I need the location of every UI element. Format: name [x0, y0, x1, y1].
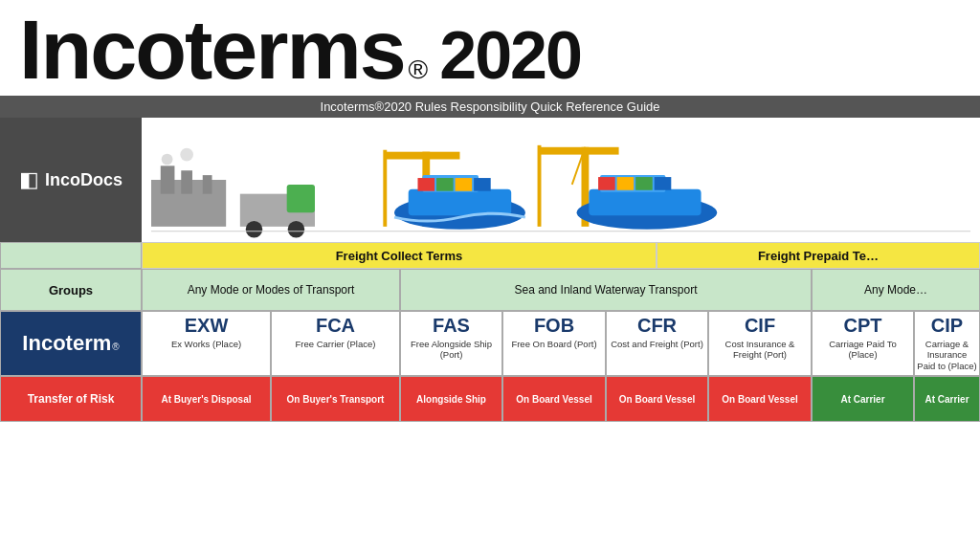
svg-rect-28 [635, 177, 653, 190]
incoterm-fob: FOB Free On Board (Port) [502, 311, 606, 376]
svg-rect-7 [287, 185, 315, 212]
risk-cpt: At Carrier [812, 376, 914, 422]
subtitle-bar: Incoterms®2020 Rules Responsibility Quic… [0, 96, 980, 118]
incoterm-fas: FAS Free Alongside Ship (Port) [400, 311, 502, 376]
groups-label: Groups [0, 269, 142, 311]
incoterm-exw: EXW Ex Works (Place) [142, 311, 271, 376]
incoterm-cfr: CFR Cost and Freight (Port) [606, 311, 708, 376]
groups-sea-inland: Sea and Inland Waterway Transport [400, 269, 812, 311]
freight-collect-label: Freight Collect Terms [142, 242, 657, 269]
subtitle-text: Incoterms®2020 Rules Responsibility Quic… [321, 99, 660, 114]
svg-rect-2 [181, 170, 192, 193]
svg-rect-16 [417, 178, 434, 191]
freight-prepaid-label: Freight Prepaid Te… [657, 242, 980, 269]
risk-cif: On Board Vessel [708, 376, 812, 422]
risk-cip: At Carrier [914, 376, 980, 422]
risk-cfr: On Board Vessel [606, 376, 708, 422]
svg-rect-29 [655, 177, 672, 190]
risk-row: Transfer of Risk At Buyer's Disposal On … [0, 376, 980, 422]
sidebar: ◧ IncoDocs [0, 118, 142, 242]
incoterm-reg-symbol: ® [112, 342, 119, 352]
svg-rect-18 [456, 178, 473, 191]
incodocs-brand: IncoDocs [45, 170, 122, 190]
svg-point-4 [162, 154, 173, 165]
svg-rect-1 [161, 165, 175, 193]
freight-row: Freight Collect Terms Freight Prepaid Te… [0, 242, 980, 269]
incoterm-row: Incoterm ® EXW Ex Works (Place) FCA Free… [0, 311, 980, 376]
risk-fob: On Board Vessel [502, 376, 606, 422]
incoterm-label-text: Incoterm [22, 331, 111, 356]
incoterm-fca: FCA Free Carrier (Place) [271, 311, 400, 376]
incoterm-cpt: CPT Carriage Paid To (Place) [812, 311, 914, 376]
groups-any-mode-2: Any Mode… [812, 269, 980, 311]
svg-rect-26 [598, 177, 615, 190]
svg-rect-22 [538, 145, 542, 227]
header: Incoterms® 2020 [0, 0, 980, 96]
incoterm-label-cell: Incoterm ® [0, 311, 142, 376]
groups-row: Groups Any Mode or Modes of Transport Se… [0, 269, 980, 311]
svg-rect-12 [383, 150, 387, 227]
svg-rect-21 [540, 147, 619, 155]
risk-fas: Alongside Ship [400, 376, 502, 422]
risk-label: Transfer of Risk [0, 376, 142, 422]
table-section: Freight Collect Terms Freight Prepaid Te… [0, 242, 980, 422]
risk-fca: On Buyer's Transport [271, 376, 400, 422]
incoterm-cip: CIP Carriage & Insurance Paid to (Place) [914, 311, 980, 376]
incoterm-cif: CIF Cost Insurance & Freight (Port) [708, 311, 812, 376]
groups-any-mode: Any Mode or Modes of Transport [142, 269, 400, 311]
svg-rect-24 [589, 189, 701, 215]
illustration-svg [151, 121, 970, 238]
svg-point-5 [180, 148, 193, 162]
risk-exw: At Buyer's Disposal [142, 376, 271, 422]
svg-rect-3 [203, 175, 212, 194]
svg-point-9 [288, 221, 305, 238]
svg-rect-17 [436, 178, 454, 191]
incodocs-icon: ◧ [19, 167, 39, 192]
title-incoterms: Incoterms [19, 8, 405, 92]
svg-rect-27 [617, 177, 635, 190]
svg-rect-19 [474, 178, 491, 191]
registered-symbol: ® [409, 56, 429, 83]
illustration-area [142, 118, 980, 242]
svg-rect-11 [385, 152, 459, 160]
svg-point-8 [246, 221, 263, 238]
incodocs-logo: ◧ IncoDocs [19, 167, 122, 192]
svg-rect-14 [409, 189, 511, 215]
title-year: 2020 [439, 22, 581, 89]
